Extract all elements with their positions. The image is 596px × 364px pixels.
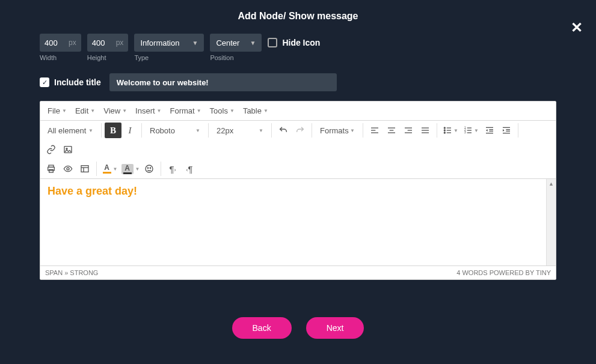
formats-select[interactable]: Formats▼ bbox=[315, 123, 360, 138]
scrollbar[interactable]: ▲ bbox=[546, 179, 556, 265]
height-unit: px bbox=[116, 38, 124, 47]
scroll-up-icon[interactable]: ▲ bbox=[547, 179, 556, 189]
bold-button[interactable]: B bbox=[105, 123, 121, 138]
modal-footer: Back Next bbox=[0, 280, 596, 339]
height-input-wrap[interactable]: px bbox=[87, 34, 129, 52]
svg-marker-33 bbox=[503, 129, 505, 132]
svg-point-35 bbox=[66, 148, 67, 150]
fontsize-select[interactable]: 22px▼ bbox=[212, 123, 268, 138]
width-unit: px bbox=[69, 38, 76, 47]
svg-text:3: 3 bbox=[464, 131, 466, 134]
close-icon[interactable]: ✕ bbox=[571, 19, 583, 36]
editor-content[interactable]: Have a great day! bbox=[40, 179, 546, 265]
numbered-list-button[interactable]: 123▼ bbox=[461, 123, 481, 138]
editor-statusbar: SPAN » STRONG 4 WORDS POWERED BY TINY bbox=[40, 265, 556, 279]
redo-button[interactable] bbox=[292, 123, 309, 138]
modal-title: Add Node/ Show message bbox=[0, 7, 596, 34]
title-input-wrap[interactable] bbox=[109, 73, 337, 91]
chevron-down-icon: ▼ bbox=[192, 40, 198, 46]
svg-marker-28 bbox=[486, 129, 488, 132]
italic-button[interactable]: I bbox=[121, 123, 138, 138]
width-input-wrap[interactable]: px bbox=[40, 34, 81, 52]
width-input[interactable] bbox=[45, 38, 67, 47]
height-label: Height bbox=[87, 54, 129, 61]
svg-point-12 bbox=[444, 127, 445, 129]
include-title-label: Include title bbox=[54, 77, 101, 87]
include-title-checkbox[interactable]: ✓ bbox=[40, 77, 49, 87]
ltr-button[interactable]: ¶› bbox=[164, 161, 181, 177]
include-title-row: ✓ Include title bbox=[0, 65, 596, 101]
svg-rect-40 bbox=[81, 166, 88, 172]
position-control: Center ▼ Position bbox=[210, 34, 262, 61]
indent-button[interactable] bbox=[498, 123, 515, 138]
menu-edit[interactable]: Edit▼ bbox=[72, 104, 99, 118]
align-justify-button[interactable] bbox=[417, 123, 434, 138]
emoji-button[interactable] bbox=[141, 161, 158, 177]
align-center-button[interactable] bbox=[383, 123, 400, 138]
control-row: px Width px Height Information ▼ Type Ce… bbox=[0, 34, 596, 65]
position-label: Position bbox=[210, 54, 262, 61]
width-control: px Width bbox=[40, 34, 81, 61]
chevron-down-icon: ▼ bbox=[250, 40, 256, 46]
svg-point-16 bbox=[444, 132, 445, 133]
svg-point-44 bbox=[147, 168, 148, 168]
position-select[interactable]: Center ▼ bbox=[210, 34, 262, 52]
rtl-button[interactable]: ‹¶ bbox=[181, 161, 198, 177]
menu-format[interactable]: Format▼ bbox=[167, 104, 205, 118]
width-label: Width bbox=[40, 54, 81, 61]
editor-menubar: File▼ Edit▼ View▼ Insert▼ Format▼ Tools▼… bbox=[40, 102, 556, 121]
svg-point-43 bbox=[146, 165, 153, 172]
menu-tools[interactable]: Tools▼ bbox=[206, 104, 238, 118]
height-control: px Height bbox=[87, 34, 129, 61]
include-title-check-row: ✓ Include title bbox=[40, 73, 101, 91]
back-button[interactable]: Back bbox=[232, 317, 292, 339]
undo-button[interactable] bbox=[275, 123, 292, 138]
hide-icon-label: Hide Icon bbox=[282, 38, 320, 47]
svg-point-14 bbox=[444, 130, 445, 131]
link-button[interactable] bbox=[43, 142, 60, 157]
height-input[interactable] bbox=[92, 38, 115, 47]
type-select[interactable]: Information ▼ bbox=[134, 34, 204, 52]
image-button[interactable] bbox=[60, 142, 76, 157]
menu-view[interactable]: View▼ bbox=[100, 104, 131, 118]
editor-toolbar: All element▼ B I Roboto▼ 22px▼ Format bbox=[40, 121, 556, 179]
text-color-button[interactable]: A▼ bbox=[100, 161, 120, 177]
menu-table[interactable]: Table▼ bbox=[239, 104, 272, 118]
hide-icon-row: Hide Icon bbox=[268, 34, 320, 52]
status-words: 4 WORDS POWERED BY TINY bbox=[456, 269, 551, 276]
status-path: SPAN » STRONG bbox=[45, 269, 98, 276]
rich-text-editor: File▼ Edit▼ View▼ Insert▼ Format▼ Tools▼… bbox=[40, 101, 556, 280]
menu-insert[interactable]: Insert▼ bbox=[132, 104, 165, 118]
align-right-button[interactable] bbox=[400, 123, 417, 138]
background-color-button[interactable]: A▼ bbox=[120, 161, 141, 177]
editor-content-wrap: Have a great day! ▲ bbox=[40, 179, 556, 265]
svg-point-39 bbox=[67, 168, 69, 170]
hide-icon-checkbox[interactable] bbox=[268, 38, 277, 47]
font-select[interactable]: Roboto▼ bbox=[145, 123, 205, 138]
title-input[interactable] bbox=[117, 78, 330, 87]
print-button[interactable] bbox=[43, 161, 60, 177]
align-left-button[interactable] bbox=[366, 123, 383, 138]
template-button[interactable] bbox=[76, 161, 93, 177]
toolbar-allelement-select[interactable]: All element▼ bbox=[43, 123, 98, 138]
preview-button[interactable] bbox=[60, 161, 76, 177]
menu-file[interactable]: File▼ bbox=[44, 104, 70, 118]
type-label: Type bbox=[134, 54, 204, 61]
type-value: Information bbox=[140, 38, 179, 47]
next-button[interactable]: Next bbox=[306, 317, 364, 339]
type-control: Information ▼ Type bbox=[134, 34, 204, 61]
position-value: Center bbox=[216, 38, 239, 47]
svg-point-45 bbox=[150, 168, 150, 168]
bullet-list-button[interactable]: ▼ bbox=[440, 123, 461, 138]
modal-add-node: ✕ Add Node/ Show message px Width px Hei… bbox=[0, 0, 596, 364]
outdent-button[interactable] bbox=[481, 123, 498, 138]
